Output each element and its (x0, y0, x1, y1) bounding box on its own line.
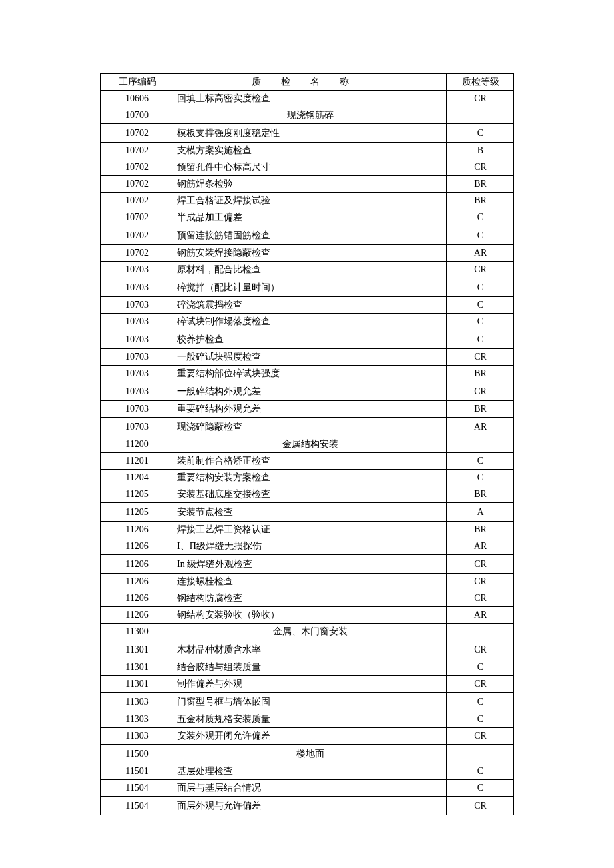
cell-name: 面层外观与允许偏差 (174, 797, 447, 815)
cell-name: 装前制作合格矫正检查 (174, 453, 447, 470)
cell-code: 11300 (101, 624, 174, 640)
table-row: 10700现浇钢筋碎 (101, 107, 514, 124)
header-code: 工序编码 (101, 74, 174, 91)
cell-code: 11206 (101, 590, 174, 607)
cell-grade: C (447, 297, 514, 314)
cell-grade: BR (447, 401, 514, 418)
cell-grade: C (447, 226, 514, 245)
cell-name: 安装基础底座交接检查 (174, 486, 447, 503)
cell-grade: BR (447, 486, 514, 503)
cell-name: 制作偏差与外观 (174, 676, 447, 693)
header-grade: 质检等级 (447, 74, 514, 91)
cell-grade: CR (447, 590, 514, 607)
table-row: 10702预留连接筋锚固筋检查C (101, 226, 514, 245)
cell-code: 10703 (101, 366, 174, 382)
table-row: 11206连接螺栓检查CR (101, 574, 514, 590)
cell-grade: BR (447, 193, 514, 209)
cell-grade: CR (447, 640, 514, 659)
cell-grade: BR (447, 366, 514, 382)
table-row: 10703校养护检查C (101, 330, 514, 349)
cell-code: 10703 (101, 314, 174, 330)
cell-name: 楼地面 (174, 745, 447, 763)
cell-code: 11301 (101, 676, 174, 693)
cell-name: 预留孔件中心标高尺寸 (174, 159, 447, 176)
cell-name: 重要结构部位碎试块强度 (174, 366, 447, 382)
cell-code: 10703 (101, 349, 174, 366)
cell-name: 碎搅拌（配比计量时间） (174, 278, 447, 297)
cell-code: 11303 (101, 693, 174, 711)
cell-name: 安装外观开闭允许偏差 (174, 728, 447, 745)
table-row: 10703一般碎试块强度检查CR (101, 349, 514, 366)
cell-grade: AR (447, 607, 514, 624)
cell-name: 钢结构防腐检查 (174, 590, 447, 607)
cell-name: 金属、木门窗安装 (174, 624, 447, 640)
table-row: 11504面层外观与允许偏差CR (101, 797, 514, 815)
table-row: 10606回填土标高密实度检查CR (101, 91, 514, 107)
cell-grade: C (447, 470, 514, 486)
cell-grade: AR (447, 538, 514, 555)
cell-name: 模板支撑强度刚度稳定性 (174, 124, 447, 143)
cell-name: 半成品加工偏差 (174, 209, 447, 226)
cell-name: 连接螺栓检查 (174, 574, 447, 590)
cell-code: 11501 (101, 763, 174, 780)
cell-code: 11200 (101, 436, 174, 453)
cell-grade: C (447, 314, 514, 330)
cell-grade: C (447, 659, 514, 676)
cell-code: 11206 (101, 607, 174, 624)
cell-code: 11204 (101, 470, 174, 486)
cell-code: 10702 (101, 193, 174, 209)
table-row: 10702模板支撑强度刚度稳定性C (101, 124, 514, 143)
table-row: 10703一般碎结构外观允差CR (101, 382, 514, 401)
cell-name: 焊接工艺焊工资格认证 (174, 522, 447, 538)
table-row: 11206In 级焊缝外观检查CR (101, 555, 514, 574)
cell-grade: CR (447, 676, 514, 693)
cell-name: 支模方案实施检查 (174, 143, 447, 159)
quality-inspection-table-container: 工序编码 质检名称 质检等级 10606回填土标高密实度检查CR10700现浇钢… (100, 73, 514, 815)
cell-code: 11205 (101, 486, 174, 503)
table-row: 10702支模方案实施检查B (101, 143, 514, 159)
cell-name: 金属结构安装 (174, 436, 447, 453)
cell-name: 碎试块制作塌落度检查 (174, 314, 447, 330)
cell-grade: BR (447, 522, 514, 538)
cell-code: 11303 (101, 728, 174, 745)
cell-grade: CR (447, 574, 514, 590)
cell-name: 碎浇筑震捣检查 (174, 297, 447, 314)
cell-grade: CR (447, 91, 514, 107)
cell-code: 10702 (101, 245, 174, 262)
cell-name: 焊工合格证及焊接试验 (174, 193, 447, 209)
cell-code: 11201 (101, 453, 174, 470)
cell-code: 10703 (101, 382, 174, 401)
cell-grade: CR (447, 555, 514, 574)
cell-code: 10700 (101, 107, 174, 124)
table-row: 11206焊接工艺焊工资格认证BR (101, 522, 514, 538)
cell-code: 10703 (101, 418, 174, 436)
cell-code: 10702 (101, 124, 174, 143)
cell-grade: CR (447, 262, 514, 278)
cell-code: 10703 (101, 278, 174, 297)
cell-grade: C (447, 693, 514, 711)
cell-code: 11206 (101, 522, 174, 538)
cell-code: 11205 (101, 503, 174, 522)
cell-grade (447, 624, 514, 640)
cell-code: 11206 (101, 574, 174, 590)
cell-grade: C (447, 330, 514, 349)
table-row: 10703碎浇筑震捣检查C (101, 297, 514, 314)
table-row: 10702预留孔件中心标高尺寸CR (101, 159, 514, 176)
table-body: 10606回填土标高密实度检查CR10700现浇钢筋碎10702模板支撑强度刚度… (101, 91, 514, 815)
cell-name: 安装节点检查 (174, 503, 447, 522)
cell-code: 11504 (101, 780, 174, 797)
table-row: 10702钢筋焊条检验BR (101, 176, 514, 193)
cell-grade: C (447, 780, 514, 797)
table-row: 11206钢结构安装验收（验收）AR (101, 607, 514, 624)
cell-name: 木材品种材质含水率 (174, 640, 447, 659)
table-row: 10703重要结构部位碎试块强度BR (101, 366, 514, 382)
cell-name: 门窗型号框与墙体嵌固 (174, 693, 447, 711)
cell-grade: BR (447, 176, 514, 193)
quality-inspection-table: 工序编码 质检名称 质检等级 10606回填土标高密实度检查CR10700现浇钢… (100, 73, 514, 815)
cell-grade: C (447, 453, 514, 470)
cell-code: 10702 (101, 176, 174, 193)
cell-code: 10702 (101, 226, 174, 245)
table-row: 11501基层处理检查C (101, 763, 514, 780)
table-row: 10703重要碎结构外观允差BR (101, 401, 514, 418)
table-row: 11301结合胶结与组装质量C (101, 659, 514, 676)
